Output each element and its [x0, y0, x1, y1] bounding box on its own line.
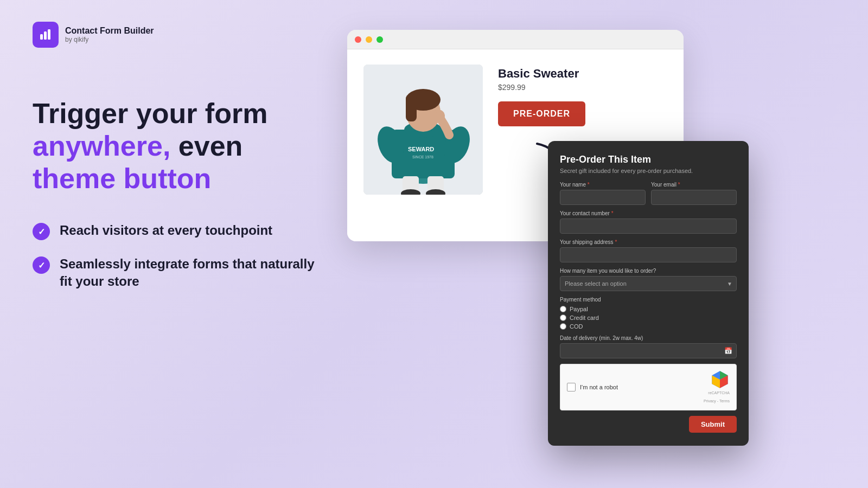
pre-order-button[interactable]: PRE-ORDER — [498, 101, 585, 126]
radio-item-paypal: Paypal — [560, 306, 737, 312]
recaptcha-links: Privacy - Terms — [704, 399, 730, 403]
hero-line2-purple: anywhere, — [33, 130, 170, 162]
contact-input[interactable] — [560, 219, 737, 234]
quantity-select-wrapper: Please select an option 1 2 3 4+ ▼ — [560, 276, 737, 291]
submit-button[interactable]: Submit — [689, 416, 737, 433]
pre-order-form-panel: Pre-Order This Item Secret gift included… — [548, 141, 749, 446]
quantity-label: How many item you would like to order? — [560, 268, 737, 274]
svg-text:SINCE 1978: SINCE 1978 — [412, 155, 433, 159]
svg-rect-2 — [48, 29, 50, 40]
captcha-box[interactable]: I'm not a robot reCAPTCHA Privacy - Term… — [560, 364, 737, 410]
header: Contact Form Builder by qikify — [33, 22, 154, 48]
radio-item-cod: COD — [560, 323, 737, 330]
quantity-group: How many item you would like to order? P… — [560, 268, 737, 291]
logo-text: Contact Form Builder by qikify — [65, 26, 154, 43]
feature-text-2: Seamlessly integrate forms that naturall… — [60, 255, 315, 289]
recaptcha-brand: reCAPTCHA — [704, 391, 730, 395]
product-price: $299.99 — [498, 83, 667, 92]
name-input[interactable] — [560, 190, 646, 205]
address-label: Your shipping address * — [560, 239, 737, 245]
dot-yellow[interactable] — [366, 36, 372, 43]
date-input-wrapper: 📅 — [560, 343, 737, 358]
feature-item-1: Reach visitors at every touchpoint — [33, 222, 315, 240]
hero-line2-rest: even — [170, 130, 242, 162]
radio-label-paypal: Paypal — [570, 306, 588, 312]
radio-item-credit: Credit card — [560, 314, 737, 321]
email-group: Your email * — [651, 182, 737, 205]
logo-icon — [33, 22, 59, 48]
features-list: Reach visitors at every touchpoint Seaml… — [33, 222, 315, 289]
svg-text:SEWARD: SEWARD — [408, 146, 434, 152]
radio-label-credit: Credit card — [570, 314, 599, 321]
feature-text-1: Reach visitors at every touchpoint — [60, 222, 272, 239]
form-title: Pre-Order This Item — [560, 154, 737, 165]
check-icon-1 — [33, 223, 50, 240]
captcha-right: reCAPTCHA Privacy - Terms — [704, 370, 730, 404]
date-input[interactable] — [560, 343, 737, 358]
payment-section: Payment method Paypal Credit card COD — [560, 297, 737, 330]
check-icon-2 — [33, 256, 50, 274]
feature-item-2: Seamlessly integrate forms that naturall… — [33, 255, 315, 289]
hero-line3: theme button — [33, 163, 211, 194]
product-name: Basic Sweater — [498, 67, 667, 81]
product-image: SEWARD SINCE 1978 — [363, 65, 483, 195]
hero-headline: Trigger your form anywhere, even theme b… — [33, 98, 315, 195]
captcha-checkbox[interactable] — [567, 383, 576, 391]
logo-subtitle: by qikify — [65, 36, 154, 43]
svg-rect-0 — [40, 34, 43, 40]
svg-rect-1 — [44, 31, 47, 40]
hero-line1: Trigger your form — [33, 98, 267, 129]
radio-cod[interactable] — [560, 323, 566, 330]
radio-credit[interactable] — [560, 314, 566, 321]
email-input[interactable] — [651, 190, 737, 205]
browser-titlebar — [347, 30, 684, 49]
radio-paypal[interactable] — [560, 306, 566, 312]
name-email-row: Your name * Your email * — [560, 182, 737, 205]
captcha-text: I'm not a robot — [580, 384, 618, 390]
date-label: Date of delivery (min. 2w max. 4w) — [560, 335, 737, 341]
date-group: Date of delivery (min. 2w max. 4w) 📅 — [560, 335, 737, 358]
svg-rect-15 — [406, 94, 417, 121]
radio-label-cod: COD — [570, 323, 583, 330]
quantity-select[interactable]: Please select an option 1 2 3 4+ — [560, 276, 737, 291]
contact-label: Your contact number * — [560, 210, 737, 216]
payment-label: Payment method — [560, 297, 737, 303]
submit-row: Submit — [560, 416, 737, 433]
logo-title: Contact Form Builder — [65, 26, 154, 36]
email-label: Your email * — [651, 182, 737, 188]
dot-red[interactable] — [355, 36, 361, 43]
form-subtitle: Secret gift included for every pre-order… — [560, 168, 737, 174]
captcha-left: I'm not a robot — [567, 383, 618, 391]
recaptcha-logo — [704, 370, 730, 391]
dot-green[interactable] — [376, 36, 383, 43]
contact-group: Your contact number * — [560, 210, 737, 234]
hero-section: Trigger your form anywhere, even theme b… — [33, 98, 315, 290]
address-group: Your shipping address * — [560, 239, 737, 262]
payment-radio-group: Paypal Credit card COD — [560, 306, 737, 330]
name-group: Your name * — [560, 182, 646, 205]
name-label: Your name * — [560, 182, 646, 188]
calendar-icon: 📅 — [724, 347, 732, 355]
address-input[interactable] — [560, 247, 737, 262]
